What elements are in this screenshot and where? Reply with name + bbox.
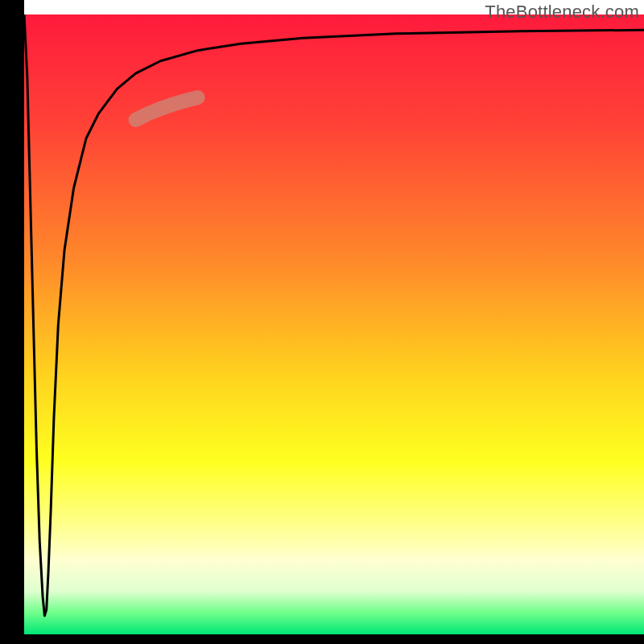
- y-axis: [0, 0, 24, 644]
- chart-container: TheBottleneck.com: [0, 0, 644, 644]
- x-axis: [0, 634, 644, 644]
- bottleneck-chart: [0, 0, 644, 644]
- attribution-label: TheBottleneck.com: [485, 2, 639, 23]
- plot-background: [24, 14, 644, 634]
